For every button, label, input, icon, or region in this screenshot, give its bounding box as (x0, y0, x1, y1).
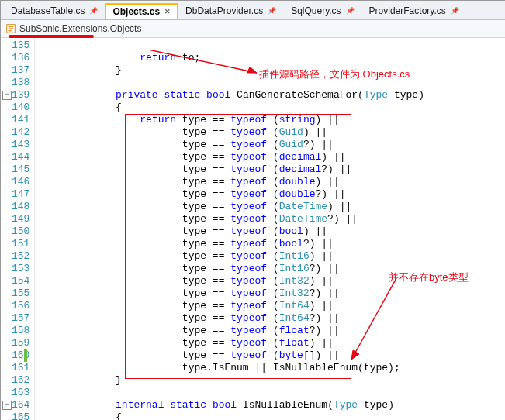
code-line[interactable]: internal static bool IsNullableEnum(Type… (43, 399, 505, 411)
pin-icon[interactable]: 📌 (346, 7, 355, 15)
code-line[interactable]: return to; (43, 52, 505, 64)
code-line[interactable]: type == typeof (byte[]) || (43, 349, 505, 362)
line-number: 156 (12, 300, 29, 312)
code-line[interactable]: type == typeof (float?) || (43, 325, 505, 337)
line-number: 152 (12, 250, 29, 263)
code-line[interactable]: type == typeof (decimal) || (43, 151, 505, 164)
line-number: 147 (12, 188, 29, 201)
line-number: 163 (12, 387, 29, 399)
pin-icon[interactable]: 📌 (451, 7, 459, 15)
line-number: 138 (12, 77, 29, 89)
line-number: 145 (12, 164, 29, 176)
tab-dbdataprovider-cs[interactable]: DbDataProvider.cs📌 (178, 2, 283, 19)
code-line[interactable]: { (43, 102, 505, 114)
line-number: 137 (12, 64, 29, 77)
line-number: 139 (12, 89, 29, 102)
line-number: 153 (12, 263, 29, 275)
line-number: 148 (12, 201, 29, 213)
code-line[interactable]: type == typeof (bool?) || (43, 238, 505, 250)
code-line[interactable] (43, 40, 505, 52)
code-line[interactable]: private static bool CanGenerateSchemaFor… (43, 89, 505, 102)
line-number: 146 (12, 176, 29, 188)
breadcrumb-bar: SubSonic.Extensions.Objects (1, 20, 505, 38)
line-number: 161 (12, 362, 29, 374)
arrow-to-path (148, 50, 265, 81)
line-number: 157 (12, 312, 29, 325)
breadcrumb-text[interactable]: SubSonic.Extensions.Objects (19, 23, 141, 34)
line-number: 154 (12, 275, 29, 287)
line-number: 164 (12, 399, 29, 411)
line-number: 149 (12, 213, 29, 225)
arrow-to-byte (350, 278, 435, 363)
line-number: 150 (12, 225, 29, 238)
code-line[interactable]: type == typeof (Guid) || (43, 126, 505, 139)
line-number: 165 (12, 411, 29, 420)
code-editor[interactable]: 1351361371381391401411421431441451461471… (1, 38, 505, 420)
code-line[interactable]: type == typeof (Int64?) || (43, 312, 505, 325)
line-number: 135 (12, 40, 29, 52)
code-line[interactable]: type == typeof (Int32?) || (43, 287, 505, 300)
code-line[interactable]: type == typeof (double?) || (43, 188, 505, 201)
tab-databasetable-cs[interactable]: DatabaseTable.cs📌 (4, 2, 105, 19)
fold-icon[interactable]: − (2, 401, 12, 410)
code-line[interactable]: return type == typeof (string) || (43, 114, 505, 126)
pin-icon[interactable]: 📌 (89, 7, 98, 15)
code-line[interactable]: type == typeof (Guid?) || (43, 139, 505, 151)
line-gutter: 1351361371381391401411421431441451461471… (1, 38, 35, 420)
line-number: 140 (12, 102, 29, 114)
line-number: 143 (12, 139, 29, 151)
annotation-path: 插件源码路径，文件为 Objects.cs (259, 67, 410, 81)
svg-marker-4 (351, 350, 359, 360)
tab-sqlquery-cs[interactable]: SqlQuery.cs📌 (284, 2, 361, 19)
code-line[interactable]: } (43, 374, 505, 387)
pin-icon[interactable]: 📌 (268, 7, 276, 15)
code-line[interactable]: type == typeof (decimal?) || (43, 164, 505, 176)
line-number: 151 (12, 238, 29, 250)
line-number: 136 (12, 52, 29, 64)
tab-objects-cs[interactable]: Objects.cs✕ (105, 3, 178, 20)
line-number: 158 (12, 325, 29, 337)
code-line[interactable]: type == typeof (Int64) || (43, 300, 505, 312)
code-line[interactable] (43, 387, 505, 399)
tab-providerfactory-cs[interactable]: ProviderFactory.cs📌 (362, 2, 466, 19)
namespace-icon (5, 23, 16, 34)
code-line[interactable]: type == typeof (double) || (43, 176, 505, 188)
change-marker (24, 349, 27, 362)
line-number: 142 (12, 126, 29, 139)
fold-icon[interactable]: − (2, 91, 12, 100)
svg-line-3 (351, 278, 396, 360)
code-line[interactable]: type == typeof (bool) || (43, 225, 505, 238)
code-line[interactable]: type == typeof (DateTime?) || (43, 213, 505, 225)
line-number: 162 (12, 374, 29, 387)
code-line[interactable]: type == typeof (Int16) || (43, 250, 505, 263)
line-number: 155 (12, 287, 29, 300)
code-line[interactable]: type == typeof (DateTime) || (43, 201, 505, 213)
line-number: 144 (12, 151, 29, 164)
line-number: 141 (12, 114, 29, 126)
svg-line-1 (148, 50, 257, 73)
code-line[interactable]: type == typeof (float) || (43, 337, 505, 349)
close-icon[interactable]: ✕ (164, 8, 171, 15)
tab-bar: DatabaseTable.cs📌Objects.cs✕DbDataProvid… (1, 1, 505, 20)
code-line[interactable]: { (43, 411, 505, 420)
code-line[interactable]: type.IsEnum || IsNullableEnum(type); (43, 362, 505, 374)
svg-marker-2 (247, 67, 257, 73)
line-number: 159 (12, 337, 29, 349)
